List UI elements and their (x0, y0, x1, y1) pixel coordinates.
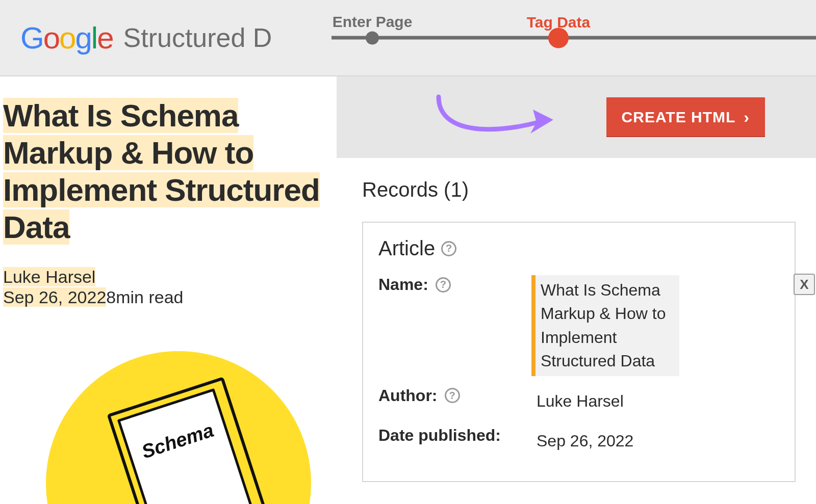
preview-author[interactable]: Luke Harsel (3, 267, 95, 286)
field-author: Author: ? Luke Harsel (378, 386, 779, 416)
remove-record-button[interactable]: X (794, 274, 815, 295)
record-card: Article ? Name: ? What Is Schema Markup … (362, 222, 796, 482)
records-heading: Records (1) (362, 178, 796, 201)
progress-stepper: Enter Page Tag Data (332, 36, 816, 40)
preview-meta: Luke Harsel Sep 26, 20228min read (3, 267, 326, 308)
field-author-value[interactable]: Luke Harsel (531, 386, 629, 416)
tagging-panel: CREATE HTML › Records (1) Article ? Name… (337, 76, 816, 504)
field-date-value[interactable]: Sep 26, 2022 (531, 426, 639, 456)
preview-date[interactable]: Sep 26, 2022 (3, 287, 106, 307)
record-type: Article ? (378, 237, 779, 260)
preview-title[interactable]: What Is Schema Markup & How to Implement… (3, 97, 326, 246)
help-icon[interactable]: ? (445, 388, 460, 403)
help-icon[interactable]: ? (436, 277, 451, 293)
field-date-published: Date published: Sep 26, 2022 (378, 426, 779, 456)
field-name: Name: ? What Is Schema Markup & How to I… (378, 275, 779, 376)
google-logo: Google (20, 20, 113, 56)
annotation-arrow (428, 92, 556, 148)
app-header: Google Structured D Enter Page Tag Data (0, 0, 816, 76)
chevron-right-icon: › (744, 108, 750, 127)
page-preview[interactable]: What Is Schema Markup & How to Implement… (0, 76, 337, 504)
field-name-value[interactable]: What Is Schema Markup & How to Implement… (531, 275, 679, 376)
create-html-button[interactable]: CREATE HTML › (606, 97, 765, 137)
preview-illustration: Schema (46, 351, 311, 504)
step-tag-data[interactable]: Tag Data (548, 28, 569, 48)
preview-readtime[interactable]: 8min read (106, 287, 183, 307)
product-name: Structured D (123, 22, 271, 53)
help-icon[interactable]: ? (441, 241, 456, 256)
step-enter-page[interactable]: Enter Page (366, 31, 379, 44)
